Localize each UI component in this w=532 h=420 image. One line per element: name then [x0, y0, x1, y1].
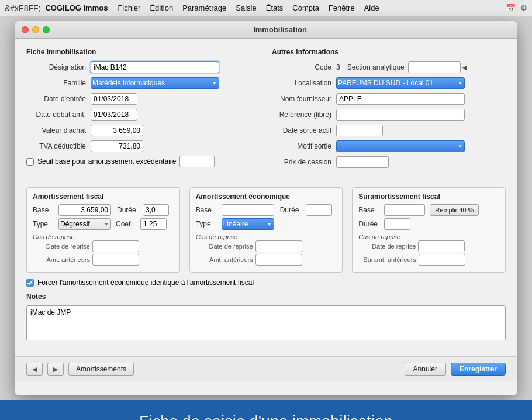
nom-fournisseur-row: Nom fournisseur: [272, 92, 506, 105]
fiche-section: Fiche immobilisation Désignation Famille…: [26, 48, 260, 171]
valeur-achat-input[interactable]: [91, 125, 143, 136]
tva-input[interactable]: [91, 140, 143, 152]
seuil-label: Seuil base pour amortissement excédentai…: [37, 157, 176, 166]
remplir-btn[interactable]: Remplir 40 %: [430, 204, 479, 216]
suramort-duree-input[interactable]: [384, 218, 410, 230]
amort-eco-amt-ant-input[interactable]: [255, 254, 302, 266]
amort-eco-cas-reprise-title: Cas de reprise: [196, 233, 337, 240]
date-sortie-input[interactable]: [336, 125, 383, 136]
window: Immobilisation Fiche immobilisation Dési…: [15, 21, 517, 395]
suramort-date-reprise-label: Date de reprise: [363, 243, 416, 250]
designation-input[interactable]: [91, 61, 219, 73]
notes-textarea[interactable]: iMac de JMP: [26, 305, 506, 340]
amort-fiscal-title: Amortissement fiscal: [33, 192, 174, 201]
amort-eco-date-reprise-row: Date de reprise: [196, 240, 337, 252]
amort-fiscal-coef-label: Coef.: [116, 220, 138, 228]
amort-fiscal-amt-ant-input[interactable]: [92, 254, 139, 266]
next-button[interactable]: ▶: [47, 363, 64, 376]
calendar-icon[interactable]: 📅: [506, 4, 516, 12]
amort-eco-type-wrapper: Linéaire Dégressif: [222, 218, 274, 230]
seuil-checkbox[interactable]: [26, 158, 34, 166]
suramort-suramt-row: Suramt. antérieurs: [358, 254, 499, 266]
amortissements-button[interactable]: Amortissements: [68, 363, 134, 376]
localisation-select[interactable]: PARFUMS DU SUD - Local 01: [336, 77, 465, 89]
suramort-suramt-input[interactable]: [419, 254, 465, 266]
reference-row: Référence (libre): [272, 108, 506, 121]
gear-icon[interactable]: ⚙: [520, 4, 527, 12]
amort-sections: Amortissement fiscal Base Durée Type Dég…: [26, 187, 506, 273]
menu-saisie[interactable]: Saisie: [232, 2, 260, 13]
nom-fournisseur-label: Nom fournisseur: [272, 95, 336, 103]
menu-fenetre[interactable]: Fenêtre: [324, 2, 359, 13]
reference-input[interactable]: [336, 109, 465, 121]
amort-fiscal-type-select[interactable]: Dégressif Linéaire: [58, 218, 111, 230]
seuil-row: Seuil base pour amortissement excédentai…: [26, 156, 260, 167]
motif-select[interactable]: [336, 140, 465, 152]
amort-fiscal-base-input[interactable]: [58, 204, 111, 216]
amort-eco-amt-ant-row: Amt. antérieurs: [196, 254, 337, 266]
menu-edition[interactable]: Édition: [146, 2, 177, 13]
close-button[interactable]: [22, 26, 29, 33]
maximize-button[interactable]: [43, 26, 50, 33]
amort-fiscal-date-reprise-input[interactable]: [92, 240, 139, 252]
bottom-bar: ◀ ▶ Amortissements Annuler Enregistrer: [15, 356, 517, 381]
date-debut-label: Date début amt.: [26, 111, 91, 119]
suramort-date-reprise-row: Date de reprise: [358, 240, 499, 252]
suramort-date-reprise-input[interactable]: [418, 240, 465, 252]
menu-fichier[interactable]: Fichier: [113, 2, 144, 13]
valeur-achat-label: Valeur d'achat: [26, 126, 91, 135]
amort-eco-type-label: Type: [196, 220, 219, 228]
amort-fiscal-coef-input[interactable]: [140, 218, 167, 230]
amort-eco-date-reprise-input[interactable]: [255, 240, 302, 252]
tva-row: TVA déductible: [26, 140, 260, 153]
content: Fiche immobilisation Désignation Famille…: [15, 39, 517, 352]
seuil-input[interactable]: [179, 156, 215, 167]
suramort-section: Suramortissement fiscal Base Remplir 40 …: [352, 187, 506, 273]
cancel-button[interactable]: Annuler: [405, 363, 446, 376]
prev-button[interactable]: ◀: [26, 363, 43, 376]
amort-fiscal-section: Amortissement fiscal Base Durée Type Dég…: [26, 187, 180, 273]
minimize-button[interactable]: [32, 26, 39, 33]
force-checkbox[interactable]: [26, 279, 34, 287]
traffic-lights: [22, 26, 50, 33]
motif-sortie-row: Motif sortie: [272, 140, 506, 153]
amort-fiscal-date-reprise-label: Date de reprise: [37, 243, 90, 250]
localisation-label: Localisation: [272, 79, 336, 87]
date-entree-input[interactable]: [91, 93, 137, 105]
amort-eco-amt-ant-label: Amt. antérieurs: [201, 256, 253, 263]
amort-fiscal-type-label: Type: [33, 220, 56, 228]
window-title: Immobilisation: [50, 25, 510, 34]
amort-fiscal-duree-input[interactable]: [143, 204, 169, 216]
amort-eco-type-select[interactable]: Linéaire Dégressif: [222, 218, 274, 230]
date-debut-input[interactable]: [91, 109, 137, 121]
autres-section: Autres informations Code 3 Section analy…: [272, 48, 506, 171]
prix-cession-input[interactable]: [336, 156, 389, 168]
amort-fiscal-base-row: Base Durée: [33, 204, 174, 216]
menu-aide[interactable]: Aide: [360, 2, 384, 13]
apple-icon[interactable]: &#xF8FF;: [5, 4, 40, 13]
save-button[interactable]: Enregistrer: [451, 363, 506, 376]
amort-fiscal-cas-reprise-title: Cas de reprise: [33, 233, 174, 240]
date-entree-row: Date d'entrée: [26, 92, 260, 105]
amort-fiscal-duree-label: Durée: [117, 206, 140, 214]
suramort-base-input[interactable]: [384, 204, 425, 216]
menu-etats[interactable]: États: [262, 2, 288, 13]
amort-eco-section: Amortissement économique Base Durée Type…: [189, 187, 343, 273]
menu-compta[interactable]: Compta: [288, 2, 323, 13]
code-label: Code: [272, 63, 336, 71]
notes-title: Notes: [26, 292, 506, 301]
section-analytique-arrow[interactable]: ◀: [462, 64, 467, 71]
section-analytique-input[interactable]: [408, 61, 461, 73]
amort-fiscal-type-row: Type Dégressif Linéaire Coef.: [33, 218, 174, 230]
menu-parametrage[interactable]: Paramétrage: [178, 2, 230, 13]
famille-select[interactable]: Matériels informatiques: [91, 77, 219, 89]
autres-title: Autres informations: [272, 48, 506, 56]
amort-eco-base-row: Base Durée: [196, 204, 337, 216]
nom-fournisseur-input[interactable]: [336, 93, 465, 105]
section-analytique-label: Section analytique: [347, 63, 405, 71]
date-sortie-label: Date sortie actif: [272, 126, 336, 135]
code-value: 3: [336, 63, 340, 71]
amort-eco-duree-input[interactable]: [306, 204, 332, 216]
amort-eco-base-input[interactable]: [222, 204, 274, 216]
amort-fiscal-type-wrapper: Dégressif Linéaire: [58, 218, 111, 230]
